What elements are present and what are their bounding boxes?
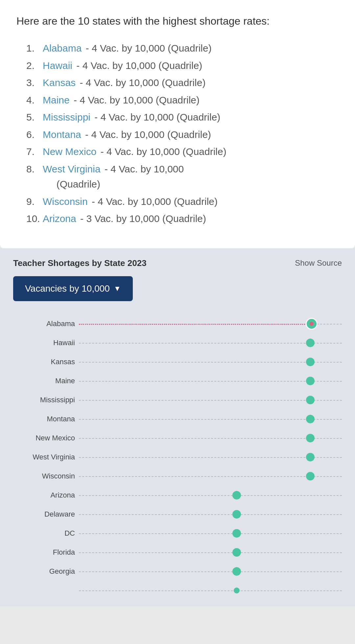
chart-row-dashed-line xyxy=(79,362,342,363)
chart-row-dashed-line xyxy=(79,438,342,439)
state-list: 1.Alabama - 4 Vac. by 10,000 (Quadrile)2… xyxy=(26,41,339,227)
chart-row-label: Alabama xyxy=(13,320,79,328)
chart-row: Montana xyxy=(13,410,342,429)
chart-row-label: Arizona xyxy=(13,491,79,500)
chart-row: West Virginia xyxy=(13,448,342,467)
chart-row-label: Hawaii xyxy=(13,339,79,347)
state-link[interactable]: Wisconsin xyxy=(43,196,88,207)
chart-row-dashed-line xyxy=(79,533,342,534)
state-link[interactable]: New Mexico xyxy=(43,146,96,157)
chart-dot xyxy=(232,529,241,538)
list-num: 3. xyxy=(26,75,43,91)
chart-row-dashed-line xyxy=(79,476,342,477)
list-num: 7. xyxy=(26,144,43,160)
chart-dot xyxy=(232,491,241,500)
chart-row-label: Florida xyxy=(13,548,79,557)
chart-dot xyxy=(232,510,241,519)
chart-row: Delaware xyxy=(13,505,342,524)
list-num: 6. xyxy=(26,127,43,143)
chart-dot xyxy=(306,472,315,480)
chart-row-label: Wisconsin xyxy=(13,472,79,480)
chart-area: AlabamaHawaiiKansasMaineMississippiMonta… xyxy=(13,314,342,607)
chart-row: New Mexico xyxy=(13,429,342,448)
chart-dot xyxy=(306,358,315,366)
chart-dot xyxy=(234,588,240,593)
list-item: 9.Wisconsin - 4 Vac. by 10,000 (Quadrile… xyxy=(26,194,339,210)
chart-row-line-area xyxy=(79,429,342,448)
chart-row-line-area xyxy=(79,448,342,467)
chart-row-dashed-line xyxy=(79,343,342,344)
chart-header: Teacher Shortages by State 2023 Show Sou… xyxy=(13,258,342,268)
list-item: 2.Hawaii - 4 Vac. by 10,000 (Quadrile) xyxy=(26,58,339,74)
bottom-section: Teacher Shortages by State 2023 Show Sou… xyxy=(0,248,355,607)
list-num: 5. xyxy=(26,110,43,125)
chart-row-label: Montana xyxy=(13,415,79,423)
chart-dot xyxy=(232,548,241,557)
state-link[interactable]: Kansas xyxy=(43,77,76,88)
chart-row-label: New Mexico xyxy=(13,434,79,442)
chart-row-dashed-line xyxy=(79,495,342,496)
chart-row-dashed-line xyxy=(79,381,342,382)
chart-row-line-area xyxy=(79,314,342,333)
list-item: 3.Kansas - 4 Vac. by 10,000 (Quadrile) xyxy=(26,75,339,91)
show-source-button[interactable]: Show Source xyxy=(295,258,342,268)
chart-row-dashed-line xyxy=(79,590,342,591)
chart-row-label: Mississippi xyxy=(13,396,79,404)
state-link[interactable]: Alabama xyxy=(43,43,82,54)
state-link[interactable]: Maine xyxy=(43,95,70,105)
list-item: 6.Montana - 4 Vac. by 10,000 (Quadrile) xyxy=(26,127,339,143)
chart-title: Teacher Shortages by State 2023 xyxy=(13,258,147,268)
chart-row-line-area xyxy=(79,486,342,505)
chart-row-label: Kansas xyxy=(13,358,79,366)
list-item: 5.Mississippi - 4 Vac. by 10,000 (Quadri… xyxy=(26,110,339,125)
state-link[interactable]: Hawaii xyxy=(43,60,72,71)
chart-row-line-area xyxy=(79,352,342,371)
chart-row-line-area xyxy=(79,371,342,390)
chart-row-label: Maine xyxy=(13,377,79,385)
chart-dot xyxy=(232,567,241,576)
chart-dot xyxy=(306,339,315,347)
chart-row-line-area xyxy=(79,333,342,352)
chart-dot xyxy=(306,377,315,385)
list-item: 4.Maine - 4 Vac. by 10,000 (Quadrile) xyxy=(26,93,339,108)
chart-row: Kansas xyxy=(13,352,342,371)
chart-row-line-area xyxy=(79,543,342,562)
chart-row-line-area xyxy=(79,524,342,543)
chart-row: Arizona xyxy=(13,486,342,505)
chart-row-dashed-line xyxy=(79,419,342,420)
chart-dot xyxy=(306,453,315,461)
chart-row-dashed-line xyxy=(79,514,342,515)
chart-row-line-area xyxy=(79,562,342,581)
state-link[interactable]: West Virginia xyxy=(43,164,101,174)
chart-row-line-area xyxy=(79,467,342,486)
chevron-down-icon: ▼ xyxy=(114,284,121,293)
chart-row-line-area xyxy=(79,410,342,429)
list-item: 10.Arizona - 3 Vac. by 10,000 (Quadrile) xyxy=(26,211,339,227)
chart-row-line-area xyxy=(79,505,342,524)
vacancies-dropdown[interactable]: Vacancies by 10,000 ▼ xyxy=(13,276,133,301)
intro-text: Here are the 10 states with the highest … xyxy=(16,13,339,29)
list-num: 1. xyxy=(26,41,43,56)
chart-row: Maine xyxy=(13,371,342,390)
list-item: 7.New Mexico - 4 Vac. by 10,000 (Quadril… xyxy=(26,144,339,160)
chart-row: Hawaii xyxy=(13,333,342,352)
chart-row-label: Georgia xyxy=(13,567,79,576)
chart-row-line-area xyxy=(79,390,342,410)
chart-row: Mississippi xyxy=(13,390,342,410)
chart-row-label: West Virginia xyxy=(13,453,79,461)
chart-row-dashed-line xyxy=(79,571,342,572)
chart-row-label: Delaware xyxy=(13,510,79,519)
list-item: 8.West Virginia - 4 Vac. by 10,000 (Quad… xyxy=(26,162,339,192)
chart-dot xyxy=(306,434,315,442)
state-link[interactable]: Mississippi xyxy=(43,112,90,122)
chart-row: Wisconsin xyxy=(13,467,342,486)
state-link[interactable]: Montana xyxy=(43,129,81,140)
chart-row: DC xyxy=(13,524,342,543)
list-num: 8. xyxy=(26,162,43,192)
chart-row-dashed-line xyxy=(79,552,342,553)
state-link[interactable]: Arizona xyxy=(43,213,76,224)
list-num: 2. xyxy=(26,58,43,74)
top-card: Here are the 10 states with the highest … xyxy=(0,0,355,248)
chart-dot xyxy=(306,396,315,404)
chart-row: Georgia xyxy=(13,562,342,581)
